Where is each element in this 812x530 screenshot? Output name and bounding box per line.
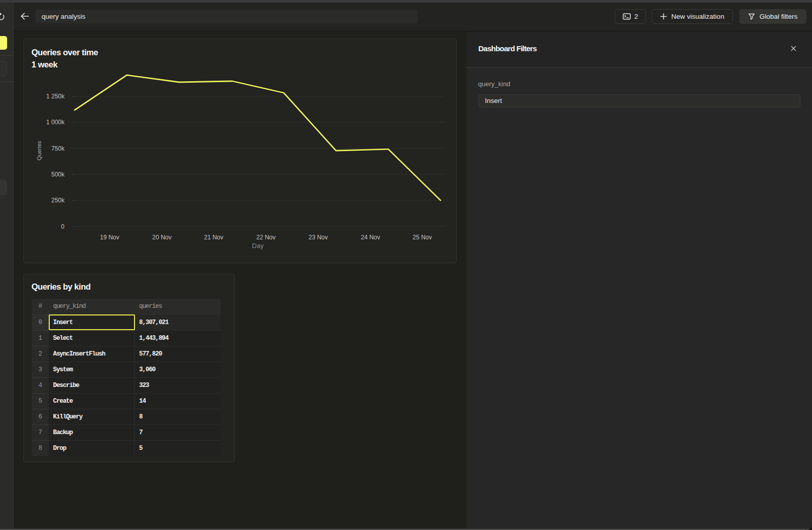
svg-text:500k: 500k (51, 171, 65, 178)
svg-text:19 Nov: 19 Nov (100, 234, 119, 241)
svg-text:25 Nov: 25 Nov (413, 234, 432, 241)
svg-text:0: 0 (61, 223, 64, 230)
svg-text:20 Nov: 20 Nov (152, 234, 172, 241)
svg-text:23 Nov: 23 Nov (309, 234, 328, 241)
svg-text:22 Nov: 22 Nov (256, 234, 276, 241)
svg-text:1 000k: 1 000k (46, 119, 65, 126)
svg-text:21 Nov: 21 Nov (204, 234, 223, 241)
svg-text:Day: Day (252, 242, 264, 250)
svg-text:750k: 750k (51, 145, 65, 152)
svg-text:250k: 250k (51, 197, 65, 204)
svg-text:1 250k: 1 250k (46, 93, 65, 100)
svg-text:24 Nov: 24 Nov (361, 234, 380, 241)
svg-text:Queries: Queries (36, 140, 42, 160)
